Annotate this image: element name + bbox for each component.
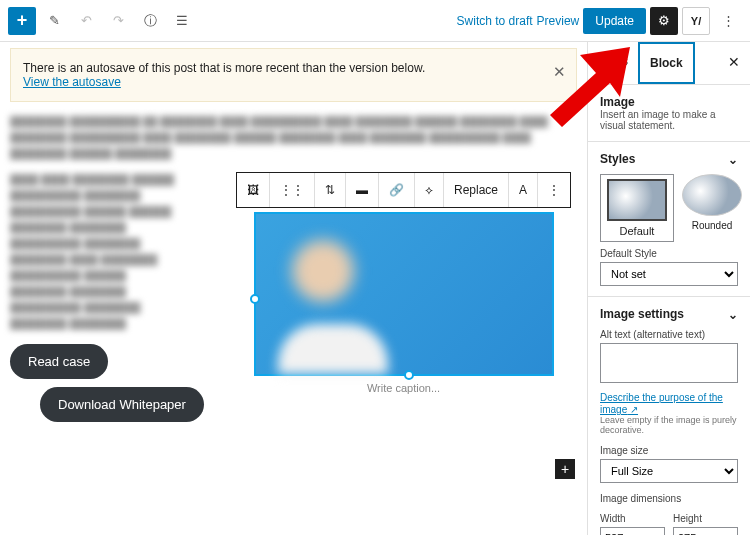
style-rounded[interactable]: Rounded [682, 174, 742, 242]
update-button[interactable]: Update [583, 8, 646, 34]
width-input[interactable] [600, 527, 665, 535]
style-default[interactable]: Default [600, 174, 674, 242]
switch-draft-link[interactable]: Switch to draft [457, 14, 533, 28]
read-case-button[interactable]: Read case [10, 344, 108, 379]
top-toolbar: + ✎ ↶ ↷ ⓘ ☰ Switch to draft Preview Upda… [0, 0, 750, 42]
resize-handle[interactable] [250, 294, 260, 304]
autosave-notice: There is an autosave of this post that i… [10, 48, 577, 102]
add-block-inline-button[interactable]: + [555, 459, 575, 479]
block-type-desc: Insert an image to make a visual stateme… [600, 109, 738, 131]
close-icon[interactable]: ✕ [553, 63, 566, 81]
redo-icon[interactable]: ↷ [104, 7, 132, 35]
view-autosave-link[interactable]: View the autosave [23, 75, 121, 89]
yoast-icon[interactable]: Y/ [682, 7, 710, 35]
more-options-icon[interactable]: ⋮ [538, 173, 570, 207]
default-style-select[interactable]: Not set [600, 262, 738, 286]
selected-image[interactable] [254, 212, 554, 376]
resize-handle[interactable] [404, 370, 414, 380]
add-block-button[interactable]: + [8, 7, 36, 35]
image-settings-panel: Image settings Alt text (alternative tex… [588, 297, 750, 535]
height-label: Height [673, 513, 738, 524]
move-icon[interactable]: ⇅ [315, 173, 346, 207]
download-whitepaper-button[interactable]: Download Whitepaper [40, 387, 204, 422]
image-type-icon[interactable]: 🖼 [237, 173, 270, 207]
height-input[interactable] [673, 527, 738, 535]
block-type-title: Image [600, 95, 738, 109]
edit-icon[interactable]: ✎ [40, 7, 68, 35]
styles-heading[interactable]: Styles [600, 152, 738, 166]
block-info: Image Insert an image to make a visual s… [588, 85, 750, 142]
describe-purpose-link[interactable]: Describe the purpose of the image ↗ [600, 392, 723, 415]
editor-canvas: There is an autosave of this post that i… [0, 42, 587, 535]
undo-icon[interactable]: ↶ [72, 7, 100, 35]
alt-help-text: Leave empty if the image is purely decor… [600, 415, 738, 435]
settings-icon[interactable]: ⚙ [650, 7, 678, 35]
image-settings-heading[interactable]: Image settings [600, 307, 738, 321]
tab-block[interactable]: Block [638, 42, 695, 84]
styles-panel: Styles Default Rounded Default Style Not… [588, 142, 750, 297]
dimensions-label: Image dimensions [600, 493, 738, 504]
alt-text-input[interactable] [600, 343, 738, 383]
close-sidebar-icon[interactable]: ✕ [718, 42, 750, 84]
tab-news[interactable]: News [588, 42, 638, 84]
blurred-paragraph: ████████ ██████████ ██ ████████ ████ ███… [10, 114, 577, 162]
replace-button[interactable]: Replace [444, 173, 509, 207]
outline-icon[interactable]: ☰ [168, 7, 196, 35]
notice-text: There is an autosave of this post that i… [23, 61, 564, 75]
text-icon[interactable]: A [509, 173, 538, 207]
info-icon[interactable]: ⓘ [136, 7, 164, 35]
default-style-label: Default Style [600, 248, 738, 259]
image-size-select[interactable]: Full Size [600, 459, 738, 483]
image-size-label: Image size [600, 445, 738, 456]
link-icon[interactable]: 🔗 [379, 173, 415, 207]
settings-sidebar: News Block ✕ Image Insert an image to ma… [587, 42, 750, 535]
more-icon[interactable]: ⋮ [714, 7, 742, 35]
crop-icon[interactable]: ⟡ [415, 173, 444, 207]
alt-text-label: Alt text (alternative text) [600, 329, 738, 340]
drag-icon[interactable]: ⋮⋮ [270, 173, 315, 207]
width-label: Width [600, 513, 665, 524]
blurred-paragraph: ████ ████ ████████ ████████████████ ████… [10, 172, 220, 332]
caption-input[interactable]: Write caption... [367, 382, 440, 394]
preview-link[interactable]: Preview [537, 14, 580, 28]
align-icon[interactable]: ▬ [346, 173, 379, 207]
block-toolbar: 🖼 ⋮⋮ ⇅ ▬ 🔗 ⟡ Replace A ⋮ [236, 172, 571, 208]
